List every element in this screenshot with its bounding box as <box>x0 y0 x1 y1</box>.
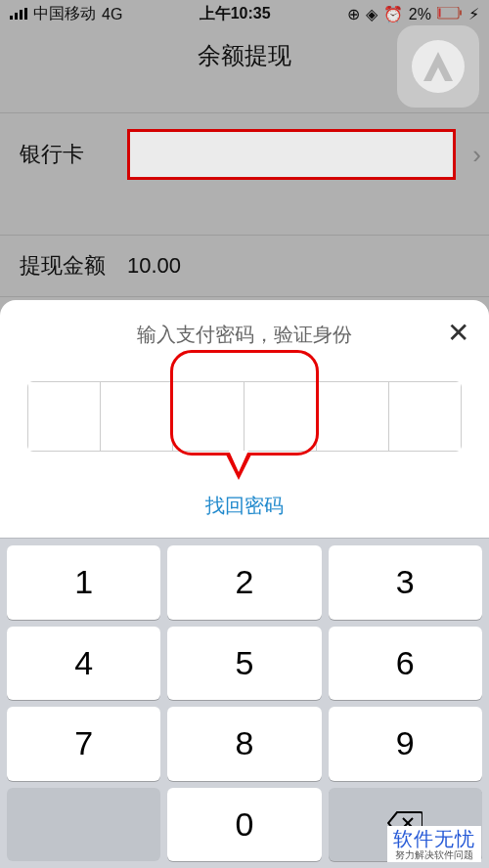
close-icon[interactable]: ✕ <box>447 320 469 347</box>
key-1[interactable]: 1 <box>7 545 160 620</box>
pin-cell-2[interactable] <box>101 382 173 451</box>
key-6[interactable]: 6 <box>329 627 482 701</box>
key-4[interactable]: 4 <box>7 627 160 701</box>
key-9[interactable]: 9 <box>329 707 482 781</box>
pin-cell-3[interactable] <box>173 382 245 451</box>
watermark-sub: 努力解决软件问题 <box>393 849 475 860</box>
key-8[interactable]: 8 <box>167 707 321 781</box>
key-2[interactable]: 2 <box>167 545 321 620</box>
watermark-title: 软件无忧 <box>393 828 475 849</box>
pin-cell-6[interactable] <box>389 382 461 451</box>
pin-cell-5[interactable] <box>317 382 389 451</box>
pin-input[interactable] <box>27 381 462 452</box>
pin-cell-4[interactable] <box>244 382 317 451</box>
pin-cell-1[interactable] <box>28 382 101 451</box>
key-5[interactable]: 5 <box>167 627 321 701</box>
key-7[interactable]: 7 <box>7 707 160 781</box>
numeric-keypad: 1 2 3 4 5 6 7 8 9 0 <box>0 538 489 868</box>
watermark: 软件无忧 努力解决软件问题 <box>387 826 481 862</box>
forgot-password-link[interactable]: 找回密码 <box>0 493 489 519</box>
key-blank <box>7 788 160 862</box>
sheet-title: 输入支付密码，验证身份 <box>137 324 352 345</box>
key-0[interactable]: 0 <box>167 788 321 862</box>
key-3[interactable]: 3 <box>329 545 482 620</box>
